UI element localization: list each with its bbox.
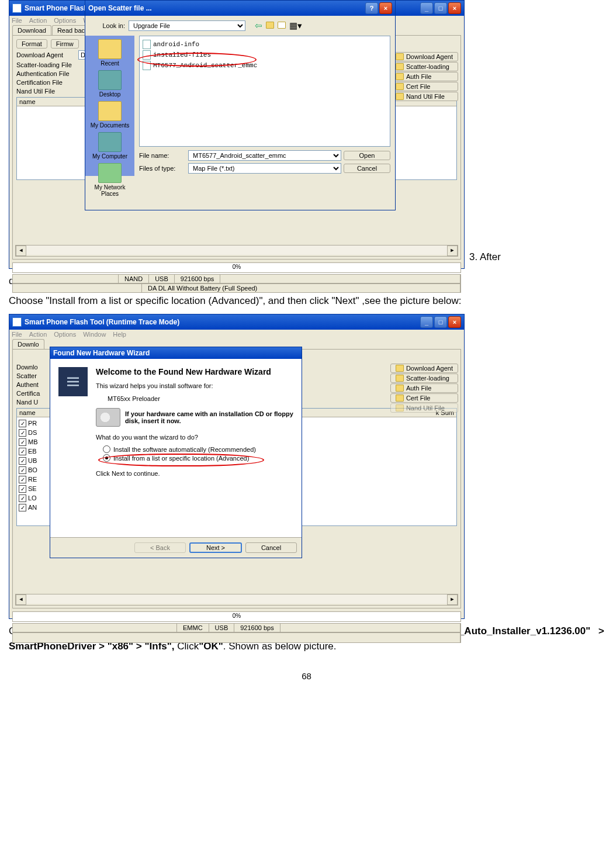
app-title: Smart Phone Flash Tool (Runtime Trace Mo… xyxy=(25,318,179,326)
btn-auth-file[interactable]: Auth File xyxy=(390,72,458,81)
label-short: Scatter xyxy=(16,372,46,379)
menu-bar[interactable]: File Action Options Window Help xyxy=(9,330,464,339)
dialog-title-bar: Open Scatter file ... ? × xyxy=(85,1,395,16)
btn-download-agent[interactable]: Download Agent xyxy=(390,364,458,373)
title-bar: Smart Phone Flash Tool (Runtime Trace Mo… xyxy=(9,314,464,330)
app-icon xyxy=(12,317,22,327)
place-documents[interactable]: My Documents xyxy=(91,101,130,129)
menu-window[interactable]: Window xyxy=(83,331,106,338)
menu-file[interactable]: File xyxy=(12,331,22,338)
status-bar-2 xyxy=(12,632,461,643)
scroll-left-arrow[interactable]: ◄ xyxy=(16,245,26,256)
partition-row[interactable]: ✓MB xyxy=(19,437,50,447)
checkbox-icon[interactable]: ✓ xyxy=(19,466,26,474)
back-button: < Back xyxy=(134,542,186,553)
file-item[interactable]: installed-files xyxy=(143,50,387,60)
menu-options[interactable]: Options xyxy=(54,17,76,24)
minimize-button[interactable]: _ xyxy=(420,316,433,328)
look-in-select[interactable]: Upgrade File xyxy=(129,20,245,31)
maximize-button[interactable]: □ xyxy=(434,2,447,14)
place-network[interactable]: My Network Places xyxy=(86,163,133,197)
file-type-select[interactable]: Map File (*.txt) xyxy=(188,163,341,174)
partition-row[interactable]: ✓RE xyxy=(19,475,50,484)
partition-row[interactable]: ✓PR xyxy=(19,419,50,428)
scroll-right-arrow[interactable]: ► xyxy=(447,245,458,256)
btn-download-agent[interactable]: Download Agent xyxy=(390,52,458,61)
progress-bar: 0% xyxy=(12,611,461,622)
partition-list[interactable]: name ✓PR✓DS✓MB✓EB✓UB✓BO✓RE✓SE✓LO✓AN xyxy=(16,408,53,526)
btn-nand-util[interactable]: Nand Util File xyxy=(390,92,458,101)
btn-scatter-loading[interactable]: Scatter-loading xyxy=(390,62,458,71)
partition-row[interactable]: ✓EB xyxy=(19,447,50,456)
radio-advanced[interactable]: Install from a list or specific location… xyxy=(103,454,293,462)
checkbox-icon[interactable]: ✓ xyxy=(19,504,26,511)
back-icon[interactable]: ⇦ xyxy=(255,20,262,31)
open-button[interactable]: Open xyxy=(344,151,390,160)
close-button[interactable]: × xyxy=(448,316,461,328)
next-button[interactable]: Next > xyxy=(189,542,242,553)
partition-row[interactable]: ✓SE xyxy=(19,484,50,493)
folder-icon xyxy=(396,73,404,80)
partition-row[interactable]: ✓BO xyxy=(19,465,50,475)
label-auth-file: Authentication File xyxy=(16,70,75,77)
hardware-wizard-dialog: Found New Hardware Wizard Welcome to the… xyxy=(50,347,302,558)
menu-file[interactable]: File xyxy=(12,17,22,24)
file-item-selected[interactable]: MT6577_Android_scatter_emmc xyxy=(143,60,387,71)
view-icon[interactable]: ▦▾ xyxy=(289,20,302,31)
partition-row[interactable]: ✓AN xyxy=(19,503,50,512)
checkbox-icon[interactable]: ✓ xyxy=(19,485,26,493)
partition-row[interactable]: ✓DS xyxy=(19,428,50,437)
folder-icon xyxy=(396,53,404,60)
checkbox-icon[interactable]: ✓ xyxy=(19,457,26,465)
menu-action[interactable]: Action xyxy=(29,17,47,24)
checkbox-icon[interactable]: ✓ xyxy=(19,438,26,446)
radio-auto[interactable]: Install the software automatically (Reco… xyxy=(103,445,293,453)
dialog-close-button[interactable]: × xyxy=(379,2,392,14)
radio-icon xyxy=(103,454,110,462)
close-button[interactable]: × xyxy=(448,2,461,14)
figure-2: Smart Phone Flash Tool (Runtime Trace Mo… xyxy=(9,314,465,619)
minimize-button[interactable]: _ xyxy=(420,2,433,14)
menu-action[interactable]: Action xyxy=(29,331,47,338)
firmware-button[interactable]: Firmw xyxy=(51,39,79,49)
checkbox-icon[interactable]: ✓ xyxy=(19,494,26,502)
cancel-button[interactable]: Cancel xyxy=(245,542,297,553)
btn-cert-file[interactable]: Cert File xyxy=(390,82,458,91)
help-button[interactable]: ? xyxy=(365,2,378,14)
folder-icon xyxy=(396,63,404,70)
partition-row[interactable]: ✓LO xyxy=(19,493,50,503)
up-icon[interactable] xyxy=(266,20,274,31)
place-recent[interactable]: Recent xyxy=(98,39,122,67)
checkbox-icon[interactable]: ✓ xyxy=(19,429,26,437)
place-desktop[interactable]: Desktop xyxy=(98,70,122,98)
menu-options[interactable]: Options xyxy=(54,331,76,338)
tab-download[interactable]: Downlo xyxy=(12,339,44,349)
btn-scatter-loading[interactable]: Scatter-loading xyxy=(390,374,458,383)
new-folder-icon[interactable] xyxy=(278,20,286,31)
btn-auth-file[interactable]: Auth File xyxy=(390,383,458,393)
wizard-title-bar: Found New Hardware Wizard xyxy=(50,347,302,359)
wizard-cd-note: If your hardware came with an installati… xyxy=(125,410,293,424)
wizard-welcome: Welcome to the Found New Hardware Wizard xyxy=(96,367,293,376)
tab-download[interactable]: Download xyxy=(12,25,51,35)
label-short: Downlo xyxy=(16,364,46,371)
btn-cert-file[interactable]: Cert File xyxy=(390,393,458,403)
checkbox-icon[interactable]: ✓ xyxy=(19,420,26,427)
scroll-right-arrow[interactable]: ► xyxy=(447,594,458,605)
checkbox-icon[interactable]: ✓ xyxy=(19,476,26,483)
menu-help[interactable]: Help xyxy=(113,331,126,338)
status-bar: NAND USB 921600 bps xyxy=(12,274,461,283)
format-button[interactable]: Format xyxy=(16,39,47,49)
file-list[interactable]: android-info installed-files MT6577_Andr… xyxy=(139,36,390,147)
cancel-button[interactable]: Cancel xyxy=(344,164,390,173)
checkbox-icon[interactable]: ✓ xyxy=(19,448,26,455)
place-computer[interactable]: My Computer xyxy=(92,132,127,160)
file-item[interactable]: android-info xyxy=(143,39,387,50)
partition-row[interactable]: ✓UB xyxy=(19,456,50,465)
maximize-button[interactable]: □ xyxy=(434,316,447,328)
h-scrollbar[interactable]: ◄► xyxy=(15,594,458,606)
scroll-left-arrow[interactable]: ◄ xyxy=(16,594,26,605)
file-name-input[interactable]: MT6577_Android_scatter_emmc xyxy=(188,150,341,161)
label-scatter-file: Scatter-loading File xyxy=(16,61,75,68)
h-scrollbar[interactable]: ◄► xyxy=(15,245,458,257)
